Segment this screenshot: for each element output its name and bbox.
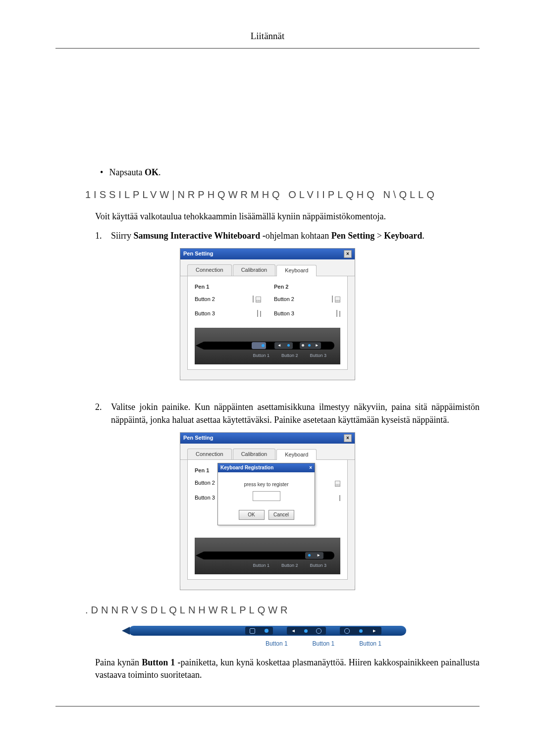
step-2-text: Valitse jokin painike. Kun näppäinten as… — [111, 401, 480, 426]
pen2-button2-input[interactable] — [332, 296, 333, 302]
footer-rule — [55, 706, 480, 706]
bullet-text-pre: Napsauta — [109, 167, 145, 177]
pen2-title: Pen 2 — [274, 283, 340, 291]
pen2-button3-browse[interactable] — [339, 495, 340, 501]
button1-paragraph: Paina kynän Button 1 -painiketta, kun ky… — [95, 656, 480, 681]
pen1-button2-browse[interactable]: … — [256, 297, 261, 302]
step1-mid: ohjelman kohtaan — [266, 231, 331, 241]
para-pre: Paina kynän — [95, 657, 142, 667]
bullet-text-post: . — [159, 167, 161, 177]
bigpen-label-3: Button 1 — [359, 640, 381, 648]
modal-title: Keyboard Registration — [220, 464, 273, 471]
page-header: Liitännät — [0, 30, 535, 43]
close-icon[interactable]: × — [309, 464, 312, 471]
cancel-button[interactable]: Cancel — [268, 510, 294, 520]
close-icon[interactable]: × — [344, 250, 352, 258]
tab-calibration[interactable]: Calibration — [233, 449, 276, 459]
modal-key-input[interactable] — [253, 491, 280, 501]
header-rule — [55, 48, 480, 49]
pen1-button2-label: Button 2 — [195, 479, 215, 487]
pen1-button3-browse[interactable] — [260, 311, 261, 317]
tab-calibration[interactable]: Calibration — [233, 264, 276, 275]
ok-button[interactable]: OK — [239, 510, 265, 520]
para-bold: Button 1 - — [142, 657, 180, 667]
pen1-button3-input[interactable] — [257, 310, 258, 317]
tab-connection[interactable]: Connection — [187, 264, 232, 275]
pen-diagram: ◄ ► Button 1 Button 2 Button 3 — [195, 328, 340, 365]
section-heading-1: 1ISSILPLVW|NRPHQWRMHQ OLVIIPLQHQ N\QLLQ — [85, 188, 480, 202]
step-1-number: 1. — [95, 230, 111, 242]
pen1-title: Pen 1 — [195, 283, 261, 291]
pen2-button2-label: Button 2 — [274, 296, 294, 303]
close-icon[interactable]: × — [344, 434, 352, 442]
pen-diagram-label-b3: Button 3 — [310, 562, 326, 569]
bigpen-label-2: Button 1 — [313, 640, 335, 648]
step1-gt: > — [374, 231, 384, 241]
pen2-button3-browse[interactable] — [339, 311, 340, 317]
step1-b1: Samsung Interactive Whiteboard - — [134, 231, 266, 241]
dialog-title-2: Pen Setting — [183, 434, 214, 442]
pen-diagram-label-b2: Button 2 — [281, 353, 298, 359]
pen1-button3-label: Button 3 — [195, 494, 215, 502]
intro-paragraph: Voit käyttää valkotaulua tehokkaammin li… — [95, 210, 480, 223]
pen-diagram-label-b2: Button 2 — [281, 562, 298, 569]
pen2-button3-input[interactable] — [336, 310, 337, 317]
dialog-title: Pen Setting — [183, 250, 214, 257]
pen-diagram-label-b3: Button 3 — [310, 353, 326, 359]
pen-setting-dialog-1: Pen Setting × Connection Calibration Key… — [180, 248, 355, 380]
step1-pre: Siirry — [111, 231, 134, 241]
tab-connection[interactable]: Connection — [187, 449, 232, 459]
tab-keyboard[interactable]: Keyboard — [276, 449, 317, 460]
pen2-button2-browse[interactable]: … — [335, 481, 340, 487]
pen1-button2-input[interactable] — [253, 296, 254, 302]
pen1-button2-label: Button 2 — [195, 296, 215, 303]
bullet-text-bold: OK — [145, 167, 159, 177]
modal-prompt: press key to register — [223, 481, 310, 488]
step1-post: . — [422, 231, 425, 241]
pen2-button2-browse[interactable]: … — [335, 297, 340, 302]
pen-diagram-label-b1: Button 1 — [253, 353, 269, 359]
keyboard-registration-modal: Keyboard Registration × press key to reg… — [217, 463, 315, 525]
step1-b2: Pen Setting — [331, 231, 375, 241]
pen-diagram: ► Button 1 Button 2 Button 3 — [195, 538, 340, 575]
step1-b3: Keyboard — [384, 231, 422, 241]
big-pen-diagram: ◄ ► Button 1 Button 1 Button 1 — [129, 626, 406, 648]
pen2-button3-label: Button 3 — [274, 310, 294, 317]
bullet-item: • Napsauta OK. — [100, 166, 480, 179]
bigpen-label-1: Button 1 — [266, 640, 288, 648]
step-2-number: 2. — [95, 401, 111, 426]
pen1-button3-label: Button 3 — [195, 310, 215, 317]
step-1-text: Siirry Samsung Interactive Whiteboard -o… — [111, 230, 480, 242]
pen-setting-dialog-2: Pen Setting × Connection Calibration Key… — [180, 432, 355, 591]
section-heading-2: .DNNRVSDLQLNHWRLPLQWR — [85, 603, 480, 617]
pen-diagram-label-b1: Button 1 — [253, 562, 269, 569]
tab-keyboard[interactable]: Keyboard — [276, 265, 317, 276]
